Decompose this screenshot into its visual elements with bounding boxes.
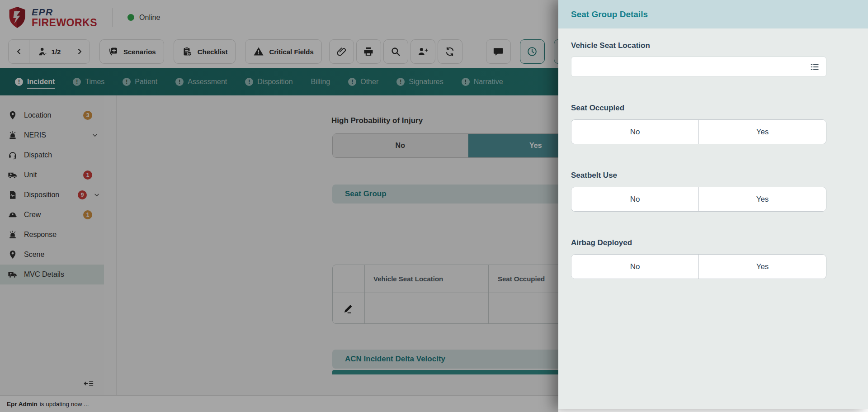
airbag-deployed-label: Airbag Deployed [571, 238, 826, 247]
drawer-title: Seat Group Details [571, 9, 648, 19]
drawer-body: Vehicle Seat Location Seat Occupied No Y… [558, 28, 868, 279]
seatbelt-use-group: Seatbelt Use No Yes [571, 171, 826, 212]
vehicle-seat-location-label: Vehicle Seat Location [571, 41, 826, 50]
seat-occupied-group: Seat Occupied No Yes [571, 104, 826, 144]
drawer-header: Seat Group Details [558, 0, 868, 28]
seat-occupied-yes-button[interactable]: Yes [699, 120, 826, 144]
seat-occupied-label: Seat Occupied [571, 104, 826, 113]
seatbelt-use-no-button[interactable]: No [571, 187, 699, 211]
modal-scrim[interactable] [0, 0, 558, 412]
app-window: EPR FIREWORKS Online [0, 0, 868, 412]
seat-occupied-toggle: No Yes [571, 119, 826, 144]
seatbelt-use-toggle: No Yes [571, 187, 826, 212]
seatbelt-use-yes-button[interactable]: Yes [699, 187, 826, 211]
seat-occupied-no-button[interactable]: No [571, 120, 699, 144]
vehicle-seat-location-input[interactable] [571, 57, 809, 76]
seatbelt-use-label: Seatbelt Use [571, 171, 826, 180]
airbag-deployed-group: Airbag Deployed No Yes [571, 238, 826, 279]
seat-group-details-drawer: Seat Group Details Vehicle Seat Location… [558, 0, 868, 409]
vehicle-seat-location-field [571, 57, 826, 77]
airbag-deployed-no-button[interactable]: No [571, 255, 699, 279]
airbag-deployed-yes-button[interactable]: Yes [699, 255, 826, 279]
list-picker-icon[interactable] [809, 62, 820, 72]
airbag-deployed-toggle: No Yes [571, 254, 826, 279]
